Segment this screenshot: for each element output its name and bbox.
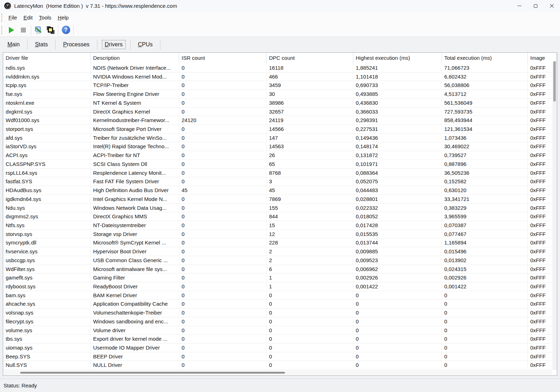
column-header-total-execution[interactable]: Total execution (ms) <box>442 53 528 64</box>
tab-processes[interactable]: Processes <box>61 40 92 49</box>
table-row[interactable]: tbs.sys Export driver for kernel mode ..… <box>3 335 557 344</box>
cell-description: BEEP Driver <box>91 352 179 361</box>
column-header-highest-execution[interactable]: Highest execution (ms) <box>353 53 442 64</box>
cell-isr-count: 0 <box>179 282 267 291</box>
cell-driver-file: ntoskrnl.exe <box>3 99 91 107</box>
tab-stats[interactable]: Stats <box>33 40 50 49</box>
table-row[interactable]: CLASSPNP.SYS SCSI Class System Dll 0 65 … <box>3 160 557 169</box>
table-row[interactable]: igdkmdn64.sys Intel Graphics Kernel Mode… <box>3 195 557 204</box>
horizontal-scrollbar-thumb[interactable] <box>20 372 285 374</box>
cell-isr-count: 0 <box>179 125 267 133</box>
vertical-scrollbar-thumb[interactable] <box>553 61 556 102</box>
table-row[interactable]: rdyboost.sys ReadyBoost Driver 0 1 0,001… <box>3 282 557 291</box>
table-row[interactable]: ntoskrnl.exe NT Kernel & System 0 38986 … <box>3 99 557 108</box>
cell-dpc-count: 1 <box>267 273 353 282</box>
table-row[interactable]: volsnap.sys Volumeschattenkopie-Treiber … <box>3 309 557 317</box>
cell-total-execution: 0,077467 <box>442 230 528 238</box>
menu-help[interactable]: Help <box>55 13 72 22</box>
close-button[interactable] <box>544 0 560 12</box>
table-row[interactable]: nvlddmkm.sys NVIDIA Windows Kernel Mod..… <box>3 73 557 81</box>
cell-total-execution: 0 <box>442 335 528 343</box>
window-controls <box>511 0 560 12</box>
table-row[interactable]: Ndu.sys Windows Network Data Usag... 0 1… <box>3 204 557 213</box>
table-row[interactable]: ahcache.sys Application Compatibility Ca… <box>3 300 557 309</box>
horizontal-scrollbar[interactable] <box>4 370 552 375</box>
help-button[interactable]: ? <box>60 25 72 35</box>
drivers-table: Driver file Description ISR count DPC co… <box>3 52 557 376</box>
minimize-button[interactable] <box>511 0 527 12</box>
analyze-button[interactable] <box>33 25 45 35</box>
cell-driver-file: Beep.SYS <box>3 352 91 361</box>
table-row[interactable]: HDAudBus.sys High Definition Audio Bus D… <box>3 186 557 195</box>
menu-tools[interactable]: Tools <box>36 13 55 22</box>
table-row[interactable]: dxgkrnl.sys DirectX Graphics Kernel 0 32… <box>3 108 557 116</box>
table-row[interactable]: fse.sys Flow Steering Engine Driver 0 30… <box>3 90 557 99</box>
table-row[interactable]: WdFilter.sys Microsoft antimalware file … <box>3 265 557 274</box>
table-row[interactable]: Wdf01000.sys Kernelmodustreiber-Framewor… <box>3 116 557 125</box>
cell-dpc-count: 0 <box>267 300 353 308</box>
vertical-scrollbar[interactable] <box>553 61 556 369</box>
cell-dpc-count: 12 <box>267 230 353 238</box>
column-header-dpc-count[interactable]: DPC count <box>267 53 353 64</box>
stop-monitor-button[interactable] <box>17 25 29 35</box>
table-row[interactable]: gameflt.sys Gaming Filter 0 1 0,002926 0… <box>3 273 557 282</box>
tab-main[interactable]: Main <box>5 40 22 49</box>
table-row[interactable]: storport.sys Microsoft Storage Port Driv… <box>3 125 557 134</box>
cell-dpc-count: 8768 <box>267 169 353 177</box>
cell-highest-execution: 0,009885 <box>353 247 442 256</box>
table-row[interactable]: storvsp.sys Storage vsp Driver 0 12 0,01… <box>3 230 557 239</box>
table-row[interactable]: volume.sys Volume driver 0 0 0 0 0xFFF <box>3 326 557 335</box>
cell-isr-count: 0 <box>179 309 267 317</box>
column-header-description[interactable]: Description <box>91 53 179 64</box>
start-monitor-button[interactable] <box>5 25 17 35</box>
table-row[interactable]: bam.sys BAM Kernel Driver 0 0 0 0 0xFFF <box>3 291 557 300</box>
table-row[interactable]: hvservice.sys Hypervisor Boot Driver 0 2… <box>3 247 557 256</box>
table-row[interactable]: fastfat.SYS Fast FAT File System Driver … <box>3 177 557 186</box>
table-row[interactable]: usbccgp.sys USB Common Class Generic ...… <box>3 256 557 265</box>
table-row[interactable]: ndis.sys NDIS (Network Driver Interface.… <box>3 64 557 73</box>
cell-driver-file: igdkmdn64.sys <box>3 195 91 203</box>
table-row[interactable]: tcpip.sys TCP/IP-Treiber 0 3459 0,690733… <box>3 81 557 90</box>
table-row[interactable]: symcryptk.dll Microsoft® SymCrypt Kernel… <box>3 238 557 247</box>
table-row[interactable]: iaStorVD.sys Intel(R) Rapid Storage Tech… <box>3 142 557 151</box>
cell-dpc-count: 2 <box>267 247 353 256</box>
cell-highest-execution: 0 <box>353 317 442 326</box>
toolbar-gripper[interactable] <box>1 26 3 34</box>
cell-isr-count: 0 <box>179 221 267 230</box>
column-header-isr-count[interactable]: ISR count <box>179 53 267 64</box>
table-row[interactable]: rspLLL64.sys Resplendence Latency Monit.… <box>3 169 557 178</box>
cell-dpc-count: 7869 <box>267 195 353 203</box>
menubar-gripper[interactable] <box>1 13 3 22</box>
tab-drivers[interactable]: Drivers <box>102 40 125 49</box>
cell-total-execution: 1,165894 <box>442 238 528 247</box>
tab-cpus[interactable]: CPUs <box>136 40 155 49</box>
table-row[interactable]: Null.SYS NULL Driver 0 0 0 0 0xFFF <box>3 361 557 370</box>
cell-description: Microsoft antimalware file sys... <box>91 265 179 273</box>
table-row[interactable]: uiomap.sys Usermode IO Mapper Driver 0 0… <box>3 344 557 352</box>
maximize-button[interactable] <box>527 0 544 12</box>
cell-highest-execution: 0,436830 <box>353 99 442 107</box>
close-icon <box>550 4 554 8</box>
cell-highest-execution: 0,052075 <box>353 177 442 186</box>
minimize-icon <box>518 6 521 6</box>
cell-description: Hypervisor Boot Driver <box>91 247 179 256</box>
table-row[interactable]: filecrypt.sys Windows sandboxing and enc… <box>3 317 557 326</box>
cell-dpc-count: 2 <box>267 256 353 265</box>
cell-description: SCSI Class System Dll <box>91 160 179 168</box>
table-row[interactable]: dxgmms2.sys DirectX Graphics MMS 0 844 0… <box>3 212 557 221</box>
menu-edit[interactable]: Edit <box>20 13 36 22</box>
cell-isr-count: 0 <box>179 265 267 273</box>
cell-driver-file: ahcache.sys <box>3 300 91 308</box>
cell-driver-file: usbccgp.sys <box>3 256 91 265</box>
table-row[interactable]: Beep.SYS BEEP Driver 0 0 0 0 0xFFF <box>3 352 557 361</box>
table-row[interactable]: Ntfs.sys NT-Dateisystemtreiber 0 15 0,01… <box>3 221 557 230</box>
menu-file[interactable]: File <box>5 13 20 22</box>
table-header: Driver file Description ISR count DPC co… <box>3 53 557 64</box>
cell-dpc-count: 3 <box>267 177 353 186</box>
column-header-driver-file[interactable]: Driver file <box>3 53 91 64</box>
cell-total-execution: 0,630120 <box>442 186 528 195</box>
windows-report-button[interactable] <box>45 25 57 35</box>
table-row[interactable]: afd.sys Treiber für zusätzliche WinSo...… <box>3 134 557 143</box>
help-icon: ? <box>62 25 70 34</box>
table-row[interactable]: ACPI.sys ACPI-Treiber für NT 0 26 0,1318… <box>3 151 557 160</box>
